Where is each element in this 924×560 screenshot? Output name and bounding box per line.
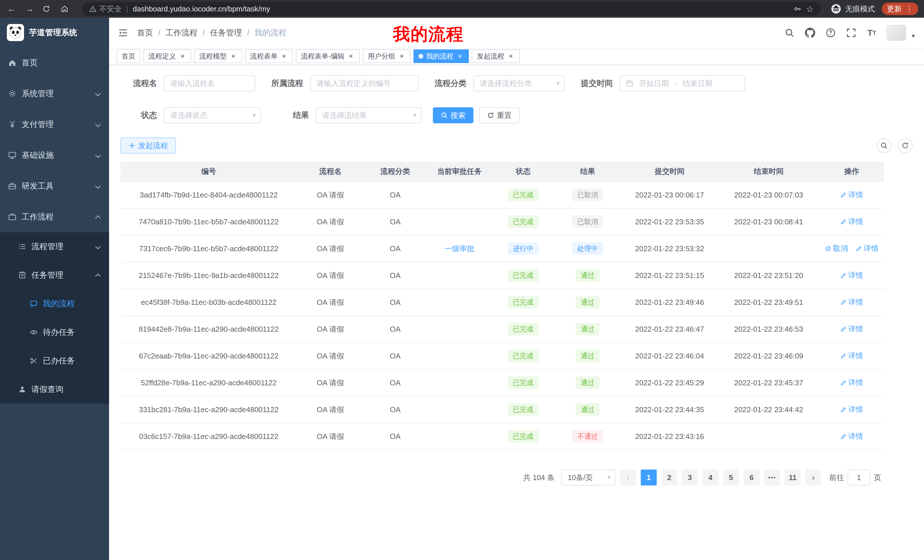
page-button[interactable]: 1: [641, 470, 657, 485]
current-task-link[interactable]: 一级审批: [445, 244, 474, 254]
logo-row[interactable]: 芋道管理系统: [0, 18, 109, 47]
page-button[interactable]: 11: [784, 470, 801, 485]
bookmark-star-icon[interactable]: ☆: [806, 4, 814, 14]
breadcrumb-workflow[interactable]: 工作流程: [166, 27, 198, 38]
result-select[interactable]: 请选择流结果 ▾: [316, 107, 422, 123]
browser-forward-icon[interactable]: →: [24, 4, 35, 14]
detail-link[interactable]: 详情: [840, 351, 863, 361]
page-button[interactable]: 6: [744, 470, 759, 485]
detail-link[interactable]: 详情: [840, 217, 863, 227]
sidebar-item-infrastructure[interactable]: 基础设施: [0, 140, 109, 171]
reset-button[interactable]: 重置: [479, 107, 520, 123]
browser-menu-icon[interactable]: ⋮: [906, 4, 913, 13]
cancel-link[interactable]: 取消: [825, 244, 848, 253]
end-date-placeholder[interactable]: 结束日期: [683, 78, 712, 88]
result-tag: 已取消: [572, 216, 603, 228]
sidebar-toggle-icon[interactable]: [118, 28, 128, 38]
password-key-icon[interactable]: [794, 5, 801, 13]
tab-start-process[interactable]: 发起流程 ×: [472, 49, 520, 63]
sidebar-item-devtools[interactable]: 研发工具: [0, 171, 109, 202]
page-size-select[interactable]: 10条/页 ▾: [561, 470, 616, 485]
github-icon[interactable]: [804, 27, 816, 39]
next-page-button[interactable]: ›: [805, 470, 821, 485]
search-button[interactable]: 搜索: [433, 107, 473, 123]
detail-link[interactable]: 详情: [840, 377, 863, 388]
address-bar[interactable]: 不安全 | dashboard.yudao.iocoder.cn/bpm/tas…: [82, 2, 820, 16]
close-icon[interactable]: ×: [398, 52, 405, 60]
table-header-row: 编号 流程名 流程分类 当前审批任务 状态 结果 提交时间 结束时间 操作: [120, 162, 884, 181]
process-name: OA 请假: [297, 235, 364, 262]
detail-link[interactable]: 详情: [840, 404, 863, 415]
avatar[interactable]: [886, 25, 906, 41]
sidebar-item-home[interactable]: 首页: [0, 47, 109, 78]
tab-process-form-edit[interactable]: 流程表单-编辑 ×: [296, 49, 360, 63]
process-name-input[interactable]: [164, 75, 255, 91]
tab-home[interactable]: 首页: [117, 49, 141, 63]
search-icon: [441, 112, 448, 119]
close-icon[interactable]: ×: [179, 52, 186, 60]
scissors-icon: [30, 357, 38, 365]
page-button[interactable]: 2: [661, 470, 677, 485]
process-category-select[interactable]: 请选择流程分类 ▾: [473, 75, 565, 91]
start-date-placeholder[interactable]: 开始日期: [639, 78, 669, 88]
breadcrumb-task-management[interactable]: 任务管理: [210, 27, 242, 38]
detail-link[interactable]: 详情: [840, 431, 863, 441]
font-size-icon[interactable]: TT: [866, 27, 878, 39]
toggle-search-button[interactable]: [877, 138, 891, 153]
status-select[interactable]: 请选择状态 ▾: [164, 107, 261, 123]
prev-page-button[interactable]: ‹: [620, 470, 636, 485]
tab-user-group[interactable]: 用户分组 ×: [363, 49, 411, 63]
detail-link[interactable]: 详情: [840, 297, 863, 307]
goto-page-input[interactable]: [848, 470, 870, 485]
detail-link[interactable]: 详情: [856, 244, 879, 253]
tab-process-form[interactable]: 流程表单 ×: [245, 49, 293, 63]
list-icon: [18, 243, 26, 251]
close-icon[interactable]: ×: [347, 52, 355, 60]
sidebar-item-leave-query[interactable]: 请假查询: [0, 375, 109, 404]
more-pages-button[interactable]: •••: [764, 470, 780, 485]
sidebar-item-workflow[interactable]: 工作流程: [0, 202, 109, 232]
edit-icon: [840, 192, 847, 198]
detail-link[interactable]: 详情: [840, 270, 863, 280]
browser-home-icon[interactable]: [60, 5, 72, 13]
result-tag: 通过: [576, 350, 600, 362]
process-category: OA: [364, 235, 427, 262]
detail-link[interactable]: 详情: [840, 324, 863, 334]
browser-reload-icon[interactable]: [42, 5, 54, 13]
sidebar-item-label: 我的流程: [43, 298, 102, 309]
refresh-table-button[interactable]: [898, 138, 913, 153]
breadcrumb-home[interactable]: 首页: [137, 27, 153, 38]
page-button[interactable]: 3: [682, 470, 698, 485]
security-label: 不安全: [99, 4, 122, 14]
breadcrumb-current: 我的流程: [254, 27, 286, 38]
process-definition-input[interactable]: [310, 75, 418, 91]
tab-process-model[interactable]: 流程模型 ×: [194, 49, 242, 63]
security-warning[interactable]: 不安全: [89, 4, 122, 14]
submit-time: 2022-01-22 23:43:16: [621, 423, 718, 450]
tab-my-processes[interactable]: 我的流程 ×: [414, 49, 469, 63]
page-button[interactable]: 5: [723, 470, 739, 485]
search-icon[interactable]: [784, 27, 795, 39]
page-button[interactable]: 4: [702, 470, 718, 485]
sidebar-item-system[interactable]: 系统管理: [0, 78, 109, 109]
detail-link[interactable]: 详情: [840, 190, 863, 200]
sidebar-item-process-management[interactable]: 流程管理: [0, 232, 109, 261]
avatar-caret-icon[interactable]: ▾: [912, 32, 915, 41]
browser-back-icon[interactable]: ←: [6, 4, 17, 14]
sidebar-item-my-processes[interactable]: 我的流程: [0, 289, 109, 318]
close-icon[interactable]: ×: [280, 52, 288, 60]
browser-update-button[interactable]: 更新 ⋮: [882, 3, 918, 15]
sidebar-item-payment[interactable]: 支付管理: [0, 109, 109, 140]
sidebar-item-todo-tasks[interactable]: 待办任务: [0, 318, 109, 346]
close-icon[interactable]: ×: [456, 52, 464, 60]
close-icon[interactable]: ×: [230, 52, 237, 60]
fullscreen-icon[interactable]: [846, 27, 857, 39]
help-icon[interactable]: [825, 27, 836, 39]
start-process-button[interactable]: 发起流程: [120, 138, 176, 154]
close-icon[interactable]: ×: [507, 52, 514, 60]
date-range-picker[interactable]: 开始日期 - 结束日期: [620, 75, 745, 91]
sidebar-item-task-management[interactable]: 任务管理: [0, 261, 109, 289]
tab-process-definition[interactable]: 流程定义 ×: [143, 49, 191, 63]
page-url[interactable]: dashboard.yudao.iocoder.cn/bpm/task/my: [133, 4, 270, 13]
sidebar-item-done-tasks[interactable]: 已办任务: [0, 346, 109, 375]
